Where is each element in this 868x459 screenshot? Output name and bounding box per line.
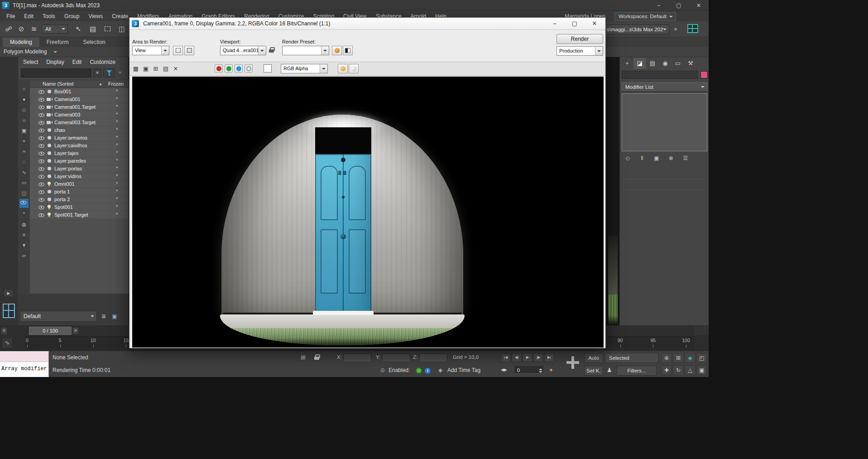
filter-lights-icon[interactable]: ☼ bbox=[19, 116, 29, 125]
play-button[interactable]: ▶ bbox=[523, 353, 532, 362]
unlink-selection-icon[interactable]: ⊘ bbox=[15, 23, 27, 35]
frozen-icon[interactable]: * bbox=[105, 166, 129, 171]
key-mode-toggle-icon[interactable]: ✦ bbox=[549, 367, 553, 373]
mini-curve-editor-icon[interactable]: ∿ bbox=[2, 338, 13, 348]
next-frame-button[interactable]: |▶ bbox=[533, 353, 543, 362]
frozen-icon[interactable]: * bbox=[105, 105, 129, 109]
eye-icon[interactable] bbox=[38, 104, 45, 110]
utilities-tab[interactable]: ⚒ bbox=[684, 58, 697, 69]
explorer-row[interactable]: porta 2* bbox=[30, 196, 129, 203]
environment-icon[interactable] bbox=[343, 46, 353, 55]
filter-cameras-icon[interactable]: ▣ bbox=[19, 126, 29, 135]
frozen-icon[interactable]: * bbox=[105, 143, 129, 148]
project-folder-dropdown[interactable]: s\maggi...s\3ds Max 202 bbox=[603, 24, 669, 34]
clear-image-icon[interactable]: ✕ bbox=[171, 64, 180, 74]
eye-icon[interactable] bbox=[38, 189, 45, 195]
save-image-icon[interactable]: ▦ bbox=[131, 64, 140, 74]
close-button[interactable]: ✕ bbox=[585, 18, 604, 29]
make-unique-icon[interactable]: ▣ bbox=[652, 154, 661, 162]
frozen-icon[interactable]: * bbox=[105, 151, 129, 155]
go-to-start-button[interactable]: |◀ bbox=[501, 353, 511, 362]
ribbon-tab-selection[interactable]: Selection bbox=[76, 38, 112, 47]
column-name[interactable]: Name (Sorted Ascending) bbox=[30, 80, 99, 87]
set-key-button[interactable]: Set K. bbox=[584, 366, 603, 376]
monochrome-channel-icon[interactable] bbox=[245, 64, 253, 72]
macro-recorder-line[interactable] bbox=[0, 351, 48, 362]
y-coordinate-field[interactable] bbox=[382, 353, 410, 361]
explorer-column-header[interactable]: Name (Sorted Ascending) ▲ Frozen bbox=[30, 80, 129, 88]
explorer-search-input[interactable] bbox=[21, 68, 91, 77]
green-channel-icon[interactable] bbox=[225, 64, 233, 72]
create-tab[interactable]: + bbox=[621, 58, 633, 69]
object-name-field[interactable] bbox=[622, 71, 698, 79]
render-preset-dropdown[interactable] bbox=[282, 46, 329, 55]
pin-stack-icon[interactable]: ◇ bbox=[623, 154, 632, 162]
explorer-row[interactable]: Camera001.Target* bbox=[30, 103, 129, 111]
explorer-row[interactable]: porta 1* bbox=[30, 188, 129, 196]
eye-icon[interactable] bbox=[38, 174, 45, 179]
edit-region-icon[interactable] bbox=[173, 46, 183, 55]
area-to-render-dropdown[interactable]: View bbox=[132, 46, 169, 55]
channel-display-dropdown[interactable]: RGB Alpha bbox=[281, 64, 328, 73]
blue-channel-icon[interactable] bbox=[235, 64, 243, 72]
fov-icon[interactable]: △ bbox=[685, 365, 695, 375]
next-frame-arrow[interactable]: > bbox=[72, 327, 79, 334]
explorer-row[interactable]: chao* bbox=[30, 126, 129, 134]
eye-icon[interactable] bbox=[38, 89, 45, 95]
previous-frame-button[interactable]: ◀| bbox=[512, 353, 522, 362]
frozen-icon[interactable]: * bbox=[105, 89, 129, 94]
viewport-quad-layout-icon[interactable] bbox=[3, 304, 15, 318]
gear-icon[interactable]: ⊙ bbox=[380, 367, 385, 373]
explorer-menu-edit[interactable]: Edit bbox=[68, 57, 86, 67]
eye-icon[interactable] bbox=[38, 204, 45, 210]
maximize-button[interactable]: ▢ bbox=[669, 0, 689, 11]
go-to-end-button[interactable]: ▶| bbox=[544, 353, 554, 362]
menu-file[interactable]: File bbox=[2, 11, 19, 21]
configure-modifier-sets-icon[interactable]: ☰ bbox=[681, 154, 690, 162]
red-channel-icon[interactable] bbox=[215, 64, 223, 72]
zoom-region-icon[interactable]: ◰ bbox=[696, 353, 707, 363]
ribbon-tab-modeling[interactable]: Modeling bbox=[3, 38, 39, 47]
key-filters-button[interactable]: Filters... bbox=[617, 366, 657, 376]
info-icon[interactable] bbox=[425, 368, 431, 374]
filter-hidden-icon[interactable] bbox=[19, 199, 29, 208]
minimize-button[interactable]: – bbox=[649, 0, 669, 11]
explorer-menu-customize[interactable]: Customize bbox=[86, 57, 120, 67]
explorer-row[interactable]: Layer:lajes* bbox=[30, 150, 129, 157]
eye-icon[interactable] bbox=[38, 143, 45, 149]
layers-stack-icon[interactable]: ≣ bbox=[99, 312, 109, 321]
eye-icon[interactable] bbox=[38, 158, 45, 164]
frozen-icon[interactable]: * bbox=[105, 97, 129, 101]
filter-frozen-icon[interactable]: * bbox=[19, 209, 29, 218]
toolbar-overflow-icon[interactable]: » bbox=[671, 23, 680, 35]
explorer-row[interactable]: Spot001.Target* bbox=[30, 211, 129, 219]
frozen-icon[interactable]: * bbox=[105, 197, 129, 202]
show-end-result-icon[interactable]: ‖ bbox=[638, 154, 646, 162]
explorer-row[interactable]: Layer:vidros* bbox=[30, 173, 129, 180]
listener-line[interactable]: Array modifier bbox=[0, 362, 48, 377]
filter-combinations-icon[interactable]: ▼ bbox=[19, 241, 29, 250]
layers-default-dropdown[interactable]: Default bbox=[20, 311, 97, 322]
swatch-toggle-icon[interactable] bbox=[349, 64, 359, 73]
eye-icon[interactable] bbox=[38, 150, 45, 156]
eye-icon[interactable] bbox=[38, 181, 45, 187]
select-by-name-icon[interactable]: ▤ bbox=[87, 23, 99, 35]
modifier-list-dropdown[interactable]: Modifier List bbox=[622, 82, 707, 92]
render-mode-dropdown[interactable]: Production bbox=[556, 46, 603, 56]
column-frozen[interactable]: Frozen bbox=[105, 80, 129, 87]
copy-image-icon[interactable]: ▣ bbox=[141, 64, 150, 74]
clone-window-icon[interactable]: ⊞ bbox=[151, 64, 160, 74]
frozen-icon[interactable]: * bbox=[105, 213, 129, 217]
add-time-tag[interactable]: Add Time Tag bbox=[447, 367, 480, 373]
filter-selection-sets-icon[interactable]: ≡ bbox=[19, 230, 29, 239]
ribbon-tab-freeform[interactable]: Freeform bbox=[39, 38, 76, 47]
object-color-swatch[interactable] bbox=[700, 71, 708, 78]
select-object-icon[interactable]: ↖ bbox=[72, 23, 84, 35]
pan-icon[interactable]: ✚ bbox=[661, 365, 672, 375]
explorer-row[interactable]: Layer:caixilhos* bbox=[30, 142, 129, 150]
auto-region-icon[interactable] bbox=[184, 46, 194, 55]
frozen-icon[interactable]: * bbox=[105, 120, 129, 125]
filter-bones-icon[interactable]: ∿ bbox=[19, 168, 29, 177]
modifier-stack[interactable] bbox=[622, 93, 707, 151]
motion-tab[interactable]: ◉ bbox=[659, 58, 671, 69]
